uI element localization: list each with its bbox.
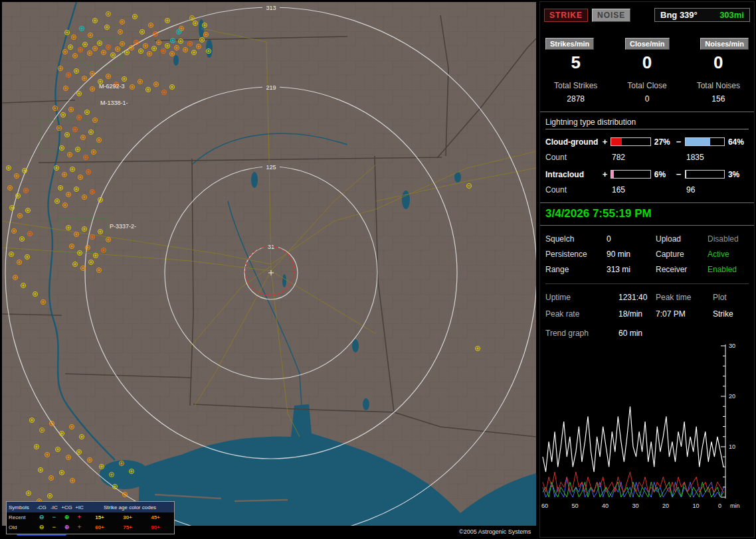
separator [540, 112, 754, 112]
capture-label: Capture [656, 250, 708, 259]
trend-window-value: 60 min [618, 329, 642, 338]
legend-symbols-label: Symbols [7, 502, 35, 512]
legend-row: Old⊖−⊕+60+75+90+ [7, 522, 174, 532]
close-per-min-button[interactable]: Close/min [625, 38, 670, 50]
ring-label-219: 219 [266, 84, 276, 91]
storm-label: P-3337-2- [110, 223, 136, 230]
cg-negative-pct: 64% [728, 137, 749, 147]
legend-col-pos-ic: +IC [73, 502, 86, 512]
trend-graph-label: Trend graph [545, 329, 618, 338]
intracloud-row: Intracloud + 6% − 3% [545, 169, 749, 179]
cloud-ground-label: Cloud-ground [545, 137, 601, 147]
svg-text:50: 50 [572, 502, 579, 509]
storm-label: M-6292-3 [99, 83, 125, 90]
receiver-label: Receiver [656, 265, 708, 274]
svg-text:20: 20 [729, 393, 735, 400]
ic-negative-pct: 3% [728, 170, 749, 179]
legend-col-neg-cg: -CG [35, 502, 48, 512]
total-close-label: Total Close [611, 81, 682, 90]
plot-label: Plot [713, 293, 749, 302]
uptime-value: 1231:40 [618, 293, 656, 302]
peak-rate-value: 18/min [618, 309, 656, 319]
cg-positive-bar [611, 137, 650, 146]
legend-symbol-icon: − [48, 522, 60, 532]
legend-col-neg-ic: -IC [48, 502, 60, 512]
ring-label-313: 313 [266, 5, 276, 11]
strike-button[interactable]: STRIKE [544, 9, 588, 22]
ic-positive-pct: 6% [654, 170, 675, 179]
svg-text:20: 20 [662, 502, 669, 509]
ring-label-125: 125 [266, 164, 276, 171]
bearing-value: Bng 339° [660, 10, 698, 20]
upload-label: Upload [656, 234, 708, 244]
lightning-map[interactable]: 313 219 125 31 M-6292-3 M-1338-1- P-3337… [2, 2, 536, 537]
peak-time-value: 7:07 PM [656, 309, 713, 319]
noises-per-min-value: 0 [683, 52, 754, 73]
trend-graph: 302010 6050403020100min [540, 341, 754, 512]
settings-grid: Squelch 0 Upload Disabled Persistence 90… [545, 234, 749, 274]
cg-negative-count: 1835 [686, 153, 704, 162]
map-legend: Symbols -CG -IC +CG +IC Strike age color… [6, 501, 175, 534]
total-noises-label: Total Noises [683, 81, 754, 90]
plot-mode-value: Strike [713, 309, 749, 319]
upload-status: Disabled [708, 234, 749, 244]
legend-age-header: Strike age color codes [86, 502, 174, 512]
svg-text:60: 60 [541, 502, 548, 509]
total-close-value: 0 [611, 94, 682, 104]
lake-pontchartrain [100, 460, 150, 489]
svg-text:min: min [730, 502, 740, 509]
ring-label-31: 31 [268, 244, 274, 250]
legend-symbol-icon: ⊕ [60, 522, 73, 532]
ic-positive-bar [611, 170, 650, 179]
count-label: Count [545, 185, 612, 194]
total-noises-value: 156 [683, 94, 754, 104]
trend-graph-row: Trend graph 60 min [545, 329, 749, 338]
legend-header: Symbols -CG -IC +CG +IC Strike age color… [7, 502, 174, 512]
legend-symbol-icon: + [73, 522, 86, 532]
intracloud-label: Intracloud [545, 170, 601, 179]
svg-text:10: 10 [693, 502, 700, 509]
ic-negative-bar [685, 170, 725, 179]
legend-symbol-icon: − [48, 512, 60, 522]
svg-text:30: 30 [729, 343, 735, 349]
ic-positive-count: 165 [612, 185, 686, 194]
stats-grid: Uptime 1231:40 Peak time Plot Peak rate … [545, 283, 749, 319]
cg-negative-bar [685, 137, 725, 146]
map-area[interactable]: 313 219 125 31 M-6292-3 M-1338-1- P-3337… [2, 2, 536, 537]
svg-text:30: 30 [632, 502, 639, 509]
legend-symbol-icon: ⊕ [60, 512, 73, 522]
range-label: Range [545, 265, 607, 274]
receiver-status: Enabled [708, 265, 749, 274]
status-panel: STRIKE NOISE Bng 339° 303mi Strikes/min … [539, 1, 755, 538]
legend-symbol-icon: ⊖ [35, 522, 48, 532]
minus-sign: − [675, 169, 683, 179]
peak-time-label: Peak time [656, 293, 713, 302]
cg-positive-count: 782 [612, 153, 686, 162]
range-value: 313 mi [607, 265, 656, 274]
strikes-per-min-button[interactable]: Strikes/min [545, 38, 594, 50]
legend-symbol-icon: ⊖ [35, 512, 48, 522]
datetime-display: 3/4/2026 7:55:19 PM [540, 202, 754, 226]
squelch-value: 0 [607, 234, 656, 244]
svg-text:0: 0 [718, 502, 721, 509]
persistence-label: Persistence [545, 250, 607, 259]
legend-symbol-icon: + [73, 512, 86, 522]
capture-status: Active [708, 250, 749, 259]
persistence-value: 90 min [607, 250, 656, 259]
ic-negative-count: 96 [686, 185, 695, 194]
plus-sign: + [601, 169, 609, 179]
noises-per-min-button[interactable]: Noises/min [700, 38, 749, 50]
legend-col-pos-cg: +CG [60, 502, 73, 512]
cg-positive-pct: 27% [654, 137, 675, 147]
svg-text:10: 10 [729, 443, 735, 450]
minus-sign: − [675, 137, 683, 147]
total-strikes-value: 2878 [540, 94, 611, 104]
storm-label: M-1338-1- [100, 100, 128, 106]
peak-rate-label: Peak rate [545, 309, 618, 319]
total-strikes-label: Total Strikes [540, 81, 611, 90]
uptime-label: Uptime [545, 293, 618, 302]
distribution-heading: Lightning type distribution [545, 117, 749, 129]
squelch-label: Squelch [545, 234, 607, 244]
count-label: Count [545, 153, 612, 162]
noise-button[interactable]: NOISE [592, 9, 630, 22]
